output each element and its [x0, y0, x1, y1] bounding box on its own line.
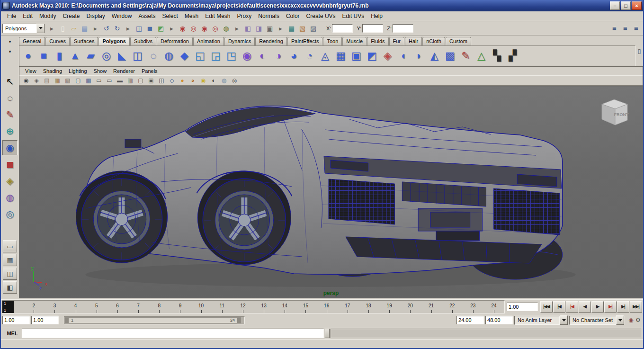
undo-icon[interactable]: ↺ — [101, 23, 112, 34]
step-back-key-button[interactable]: |◀ — [566, 301, 578, 313]
frame-cell[interactable]: 24 — [483, 301, 504, 313]
frame-cell[interactable]: 23 — [463, 301, 483, 313]
poly-cylinder-icon[interactable]: ▮ — [52, 47, 67, 64]
scale-tool[interactable]: ◼ — [2, 157, 18, 172]
ipr-render-icon[interactable]: ▧ — [297, 23, 308, 34]
shelf-tab[interactable]: Deformation — [157, 37, 193, 45]
layout-four-pane-button[interactable]: ▦ — [3, 254, 17, 266]
frame-all-icon[interactable]: ◫ — [156, 76, 167, 85]
reduce-icon[interactable]: ◔ — [302, 47, 317, 64]
maximize-button[interactable]: □ — [621, 1, 631, 10]
menu-set-selector[interactable]: Polygons — [2, 24, 45, 33]
go-to-end-button[interactable]: ▶▶| — [630, 301, 642, 313]
wireframe-mode-icon[interactable]: ◇ — [167, 76, 177, 85]
panel-menu-item[interactable]: View — [22, 68, 39, 74]
range-slider-bar[interactable]: 1 24 — [65, 317, 241, 323]
universal-manipulator-tool[interactable]: ◈ — [2, 173, 18, 188]
redo-icon[interactable]: ↻ — [112, 23, 123, 34]
boolean-union-icon[interactable]: ◉ — [239, 47, 255, 64]
shelf-tab[interactable]: Subdivs — [130, 37, 156, 45]
combine-icon[interactable]: ◱ — [192, 47, 208, 64]
chevron-down-icon[interactable] — [616, 315, 624, 325]
menu-item[interactable]: Modify — [36, 12, 59, 20]
select-hierarchy-icon[interactable]: ◫ — [134, 23, 144, 34]
time-slider[interactable]: 1 1 123456789101112131415161718192021222… — [2, 300, 505, 313]
triangulate-icon[interactable]: ◬ — [317, 47, 333, 64]
poly-torus-icon[interactable]: ◎ — [98, 47, 114, 64]
group-collapse-icon[interactable]: ▸ — [90, 23, 101, 34]
command-language-toggle[interactable]: MEL — [3, 331, 22, 336]
minimize-button[interactable]: – — [610, 1, 620, 10]
bookmarks-icon[interactable]: ▦ — [52, 76, 63, 85]
current-time-input[interactable] — [507, 303, 538, 311]
poly-soccer-ball-icon[interactable]: ◍ — [161, 47, 177, 64]
shelf-tab[interactable]: Polygons — [98, 37, 130, 45]
smooth-shade-icon[interactable]: ● — [177, 76, 188, 85]
animation-start-input[interactable] — [2, 316, 30, 324]
layout-hypershade-button[interactable]: ◧ — [3, 281, 17, 294]
camera-attributes-icon[interactable]: ▤ — [42, 76, 52, 85]
close-button[interactable]: × — [632, 1, 642, 10]
select-tool[interactable]: ↖ — [2, 74, 18, 89]
playback-start-input[interactable] — [31, 316, 59, 324]
show-manipulator-tool[interactable]: ◎ — [2, 206, 18, 222]
panel-menu-item[interactable]: Panels — [139, 68, 161, 74]
shelf-tab[interactable]: Custom — [446, 37, 471, 45]
toggle-channel-box-icon[interactable]: ≡ — [631, 23, 642, 34]
select-component-icon[interactable]: ◩ — [155, 23, 166, 34]
save-scene-icon[interactable]: ▤ — [79, 23, 90, 34]
separate-icon[interactable]: ◲ — [208, 47, 224, 64]
shelf-tab[interactable]: Toon — [323, 37, 342, 45]
view-cube[interactable]: FRONT — [596, 95, 630, 129]
y-coordinate-input[interactable] — [362, 24, 383, 33]
poly-platonic-solid-icon[interactable]: ◆ — [177, 47, 192, 64]
select-object-icon[interactable]: ◼ — [144, 23, 155, 34]
poly-sphere-icon[interactable]: ● — [20, 47, 36, 64]
frame-cell[interactable]: 11 — [212, 301, 233, 313]
grid-icon[interactable]: ▦ — [83, 76, 94, 85]
animation-preferences-icon[interactable]: ⚙ — [635, 315, 642, 325]
go-to-start-button[interactable]: |◀◀ — [540, 301, 553, 313]
output-connections-icon[interactable]: ◨ — [253, 23, 264, 34]
render-settings-icon[interactable]: ▨ — [308, 23, 319, 34]
frame-cell[interactable]: 6 — [107, 301, 128, 313]
select-camera-icon[interactable]: ◉ — [21, 76, 31, 85]
menu-item[interactable]: Display — [83, 12, 108, 20]
group-collapse-icon[interactable]: ▸ — [275, 23, 286, 34]
quadrangulate-icon[interactable]: ▦ — [333, 47, 349, 64]
range-slider-track[interactable]: 1 24 — [64, 316, 245, 324]
shelf-tab[interactable]: Rendering — [255, 37, 287, 45]
frame-cell[interactable]: 8 — [149, 301, 170, 313]
menu-item[interactable]: Create — [59, 12, 83, 20]
poly-pipe-icon[interactable]: ◫ — [130, 47, 145, 64]
frame-cell[interactable]: 19 — [379, 301, 400, 313]
poly-cube-icon[interactable]: ■ — [36, 47, 52, 64]
boolean-intersection-icon[interactable]: ◑ — [270, 47, 286, 64]
play-backward-button[interactable]: ◀ — [579, 301, 591, 313]
group-collapse-icon[interactable]: ▸ — [232, 23, 242, 34]
flip-edge-icon[interactable]: ◭ — [427, 47, 442, 64]
shelf-tab[interactable]: Dynamics — [224, 37, 255, 45]
snap-to-curves-icon[interactable]: ◎ — [188, 23, 199, 34]
field-chart-icon[interactable]: ▥ — [125, 76, 135, 85]
layout-persp-outliner-button[interactable]: ◫ — [3, 268, 17, 280]
extract-icon[interactable]: ◳ — [224, 47, 239, 64]
checker-map-icon[interactable]: ▚ — [489, 47, 505, 64]
menu-item[interactable]: Proxy — [234, 12, 255, 20]
frame-cell[interactable]: 14 — [274, 301, 295, 313]
frame-cell[interactable]: 10 — [191, 301, 212, 313]
frame-cell[interactable]: 12 — [233, 301, 253, 313]
frame-cell[interactable]: 13 — [253, 301, 274, 313]
merge-vertices-icon[interactable]: ◈ — [380, 47, 395, 64]
layout-single-pane-button[interactable]: ▭ — [3, 240, 17, 252]
open-scene-icon[interactable]: ▱ — [68, 23, 79, 34]
menu-item[interactable]: Window — [108, 12, 135, 20]
frame-cell[interactable]: 21 — [420, 301, 441, 313]
resolution-gate-icon[interactable]: ▭ — [104, 76, 115, 85]
play-forward-button[interactable]: ▶ — [591, 301, 604, 313]
poly-helix-icon[interactable]: ◌ — [145, 47, 161, 64]
image-plane-icon[interactable]: ▧ — [63, 76, 73, 85]
shadows-icon[interactable]: ◐ — [208, 76, 219, 85]
shelf-tab[interactable]: PaintEffects — [287, 37, 323, 45]
safe-action-icon[interactable]: ▢ — [135, 76, 146, 85]
